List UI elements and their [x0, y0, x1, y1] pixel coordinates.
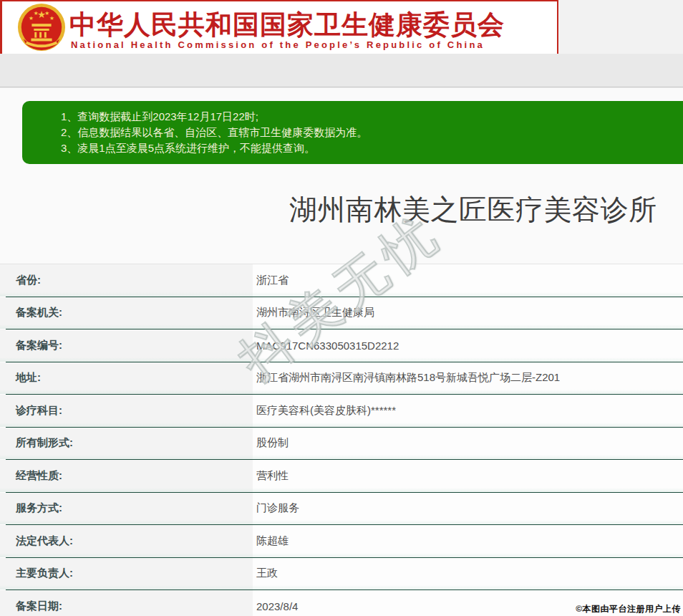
field-value: 营利性: [256, 460, 683, 492]
site-title-chinese: 中华人民共和国国家卫生健康委员会: [69, 7, 505, 43]
table-row-operating-nature: 经营性质: 营利性: [0, 460, 683, 493]
svg-text:★: ★: [29, 15, 34, 21]
field-value: 医疗美容科(美容皮肤科)******: [256, 395, 683, 427]
field-value: 门诊服务: [256, 493, 683, 525]
table-row-treatment-subjects: 诊疗科目: 医疗美容科(美容皮肤科)******: [0, 395, 683, 428]
header-right-background: [558, 0, 683, 54]
site-header: ★ ★ ★ ★ ★ 中华人民共和国国家卫生健康委员会 National Heal…: [0, 0, 558, 54]
query-notice-box: 1、查询数据截止到2023年12月17日22时; 2、信息数据结果以各省、自治区…: [22, 101, 683, 164]
site-title-english: National Health Commission of the People…: [71, 39, 485, 50]
notice-line-3: 3、凌晨1点至凌晨5点系统进行维护，不能提供查询。: [61, 140, 676, 156]
china-national-emblem-icon: ★ ★ ★ ★ ★: [16, 3, 67, 53]
field-label: 法定代表人:: [0, 525, 253, 557]
field-label: 备案日期:: [0, 590, 253, 616]
field-label: 诊疗科目:: [0, 395, 253, 427]
field-label: 所有制形式:: [0, 428, 253, 460]
field-value: 湖州市南浔区卫生健康局: [256, 297, 683, 329]
notice-line-2: 2、信息数据结果以各省、自治区、直辖市卫生健康委数据为准。: [61, 125, 676, 140]
table-row-record-number: 备案编号: MAC917CN633050315D2212: [0, 329, 683, 362]
field-label: 经营性质:: [0, 460, 253, 492]
table-row-principal: 主要负责人: 王政: [0, 558, 683, 591]
header-divider-band: [0, 54, 683, 87]
field-value: 浙江省湖州市南浔区南浔镇南林路518号新城吾悦广场二层-Z201: [256, 362, 683, 395]
record-table: 省份: 浙江省 备案机关: 湖州市南浔区卫生健康局 备案编号: MAC917CN…: [0, 264, 683, 616]
svg-text:★: ★: [34, 10, 39, 16]
field-value: 王政: [256, 558, 683, 590]
notice-line-1: 1、查询数据截止到2023年12月17日22时;: [61, 109, 676, 125]
field-label: 备案编号:: [0, 329, 253, 362]
field-value: MAC917CN633050315D2212: [256, 329, 683, 362]
table-row-service-mode: 服务方式: 门诊服务: [0, 493, 683, 526]
field-value: 浙江省: [256, 264, 683, 297]
table-row-ownership-form: 所有制形式: 股份制: [0, 428, 683, 461]
table-row-province: 省份: 浙江省: [0, 264, 683, 297]
field-label: 备案机关:: [0, 297, 253, 329]
field-value: 股份制: [256, 428, 683, 460]
institution-name-title: 湖州南林美之匠医疗美容诊所: [289, 191, 657, 229]
field-label: 地址:: [0, 362, 253, 395]
field-value: 陈超雄: [256, 525, 683, 557]
svg-text:★: ★: [49, 15, 54, 21]
table-row-record-authority: 备案机关: 湖州市南浔区卫生健康局: [0, 297, 683, 330]
table-row-legal-representative: 法定代表人: 陈超雄: [0, 525, 683, 558]
field-label: 省份:: [0, 264, 253, 297]
field-label: 主要负责人:: [0, 558, 253, 590]
upload-credit-watermark: ©本图由平台注册用户上传: [576, 603, 681, 615]
table-row-address: 地址: 浙江省湖州市南浔区南浔镇南林路518号新城吾悦广场二层-Z201: [0, 362, 683, 395]
field-label: 服务方式:: [0, 493, 253, 525]
